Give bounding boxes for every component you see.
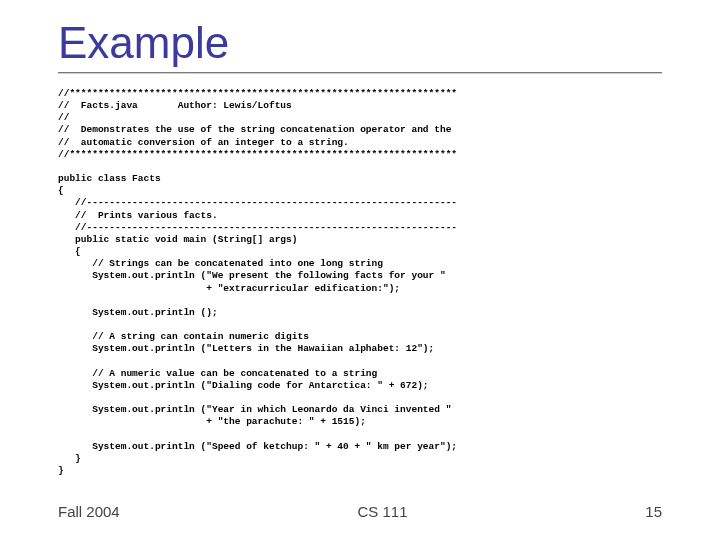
code-block: //**************************************…: [58, 88, 662, 477]
slide: Example //******************************…: [0, 0, 720, 540]
slide-footer: Fall 2004 CS 111 15: [58, 503, 662, 520]
footer-right: 15: [645, 503, 662, 520]
title-underline: [58, 72, 662, 74]
footer-left: Fall 2004: [58, 503, 120, 520]
footer-center: CS 111: [357, 503, 407, 520]
slide-title: Example: [58, 18, 662, 68]
